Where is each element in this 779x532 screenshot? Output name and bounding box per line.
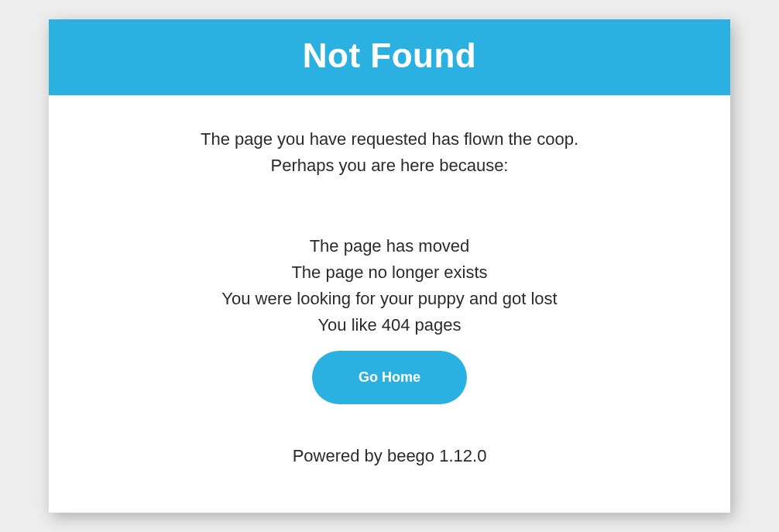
reason-item: The page no longer exists xyxy=(80,259,699,286)
card-content: The page you have requested has flown th… xyxy=(49,95,730,513)
intro-line-1: The page you have requested has flown th… xyxy=(80,126,699,153)
footer-text: Powered by beego 1.12.0 xyxy=(80,404,699,489)
intro-text: The page you have requested has flown th… xyxy=(80,126,699,179)
intro-line-2: Perhaps you are here because: xyxy=(80,153,699,179)
go-home-button[interactable]: Go Home xyxy=(312,351,467,404)
page-title: Not Found xyxy=(49,36,730,75)
reasons-list: The page has moved The page no longer ex… xyxy=(80,233,699,338)
card-header: Not Found xyxy=(49,19,730,95)
reason-item: You like 404 pages xyxy=(80,312,699,338)
reason-item: The page has moved xyxy=(80,233,699,259)
reason-item: You were looking for your puppy and got … xyxy=(80,286,699,312)
error-card: Not Found The page you have requested ha… xyxy=(49,19,730,513)
